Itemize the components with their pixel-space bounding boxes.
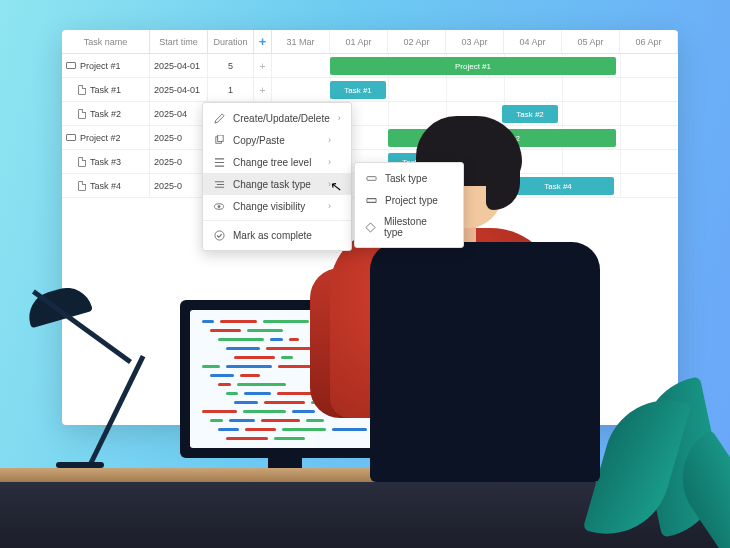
timeline-date-cell: 03 Apr — [446, 30, 504, 53]
menu-item-label: Change task type — [233, 179, 311, 190]
start-time-cell[interactable]: 2025-04 — [150, 102, 208, 125]
task-name-cell[interactable]: Task #3 — [62, 150, 150, 173]
row-add-button[interactable]: + — [254, 54, 272, 77]
start-time-cell[interactable]: 2025-04-01 — [150, 78, 208, 101]
folder-icon — [66, 62, 76, 69]
start-time-cell[interactable]: 2025-0 — [150, 126, 208, 149]
task-name-label: Project #2 — [80, 133, 121, 143]
menu-item-change-tree-level[interactable]: Change tree level› — [203, 151, 351, 173]
project-row[interactable]: Project #22025-0+Project #2 — [62, 126, 678, 150]
menu-item-mark-as-complete[interactable]: Mark as complete — [203, 224, 351, 246]
menu-item-create-update-delete[interactable]: Create/Update/Delete› — [203, 107, 351, 129]
file-icon — [78, 157, 86, 167]
task-name-label: Project #1 — [80, 61, 121, 71]
timeline-date-cell: 06 Apr — [620, 30, 678, 53]
chair-illustration — [370, 242, 600, 482]
copy-icon — [213, 134, 225, 146]
menu-separator — [203, 220, 351, 221]
task-name-cell[interactable]: Project #1 — [62, 54, 150, 77]
milestone-t-icon — [365, 221, 376, 233]
start-time-cell[interactable]: 2025-0 — [150, 174, 208, 197]
pencil-icon — [213, 112, 225, 124]
timeline-date-cell: 02 Apr — [388, 30, 446, 53]
timeline-date-cell: 31 Mar — [272, 30, 330, 53]
chevron-right-icon: › — [328, 179, 331, 189]
svg-rect-1 — [217, 135, 223, 141]
menu-item-label: Copy/Paste — [233, 135, 285, 146]
project-t-icon — [365, 194, 377, 206]
lamp-base-illustration — [56, 462, 104, 468]
menu-item-label: Change tree level — [233, 157, 311, 168]
file-icon — [78, 85, 86, 95]
svg-point-3 — [218, 205, 221, 208]
timeline-date-cell: 01 Apr — [330, 30, 388, 53]
task-name-cell[interactable]: Task #1 — [62, 78, 150, 101]
submenu-item-label: Task type — [385, 173, 427, 184]
timeline-date-cell: 05 Apr — [562, 30, 620, 53]
file-icon — [78, 109, 86, 119]
menu-item-label: Create/Update/Delete — [233, 113, 330, 124]
chevron-right-icon: › — [328, 157, 331, 167]
project-row[interactable]: Project #12025-04-015+Project #1 — [62, 54, 678, 78]
gantt-task-bar[interactable]: Task #1 — [330, 81, 386, 99]
timeline-date-cell: 04 Apr — [504, 30, 562, 53]
indent-icon — [213, 156, 225, 168]
chevron-right-icon: › — [328, 201, 331, 211]
grid-header: Task name Start time Duration + 31 Mar01… — [62, 30, 678, 54]
duration-cell[interactable]: 5 — [208, 54, 254, 77]
task-name-cell[interactable]: Task #2 — [62, 102, 150, 125]
task-name-cell[interactable]: Project #2 — [62, 126, 150, 149]
add-column-button[interactable]: + — [254, 30, 272, 53]
context-menu[interactable]: Create/Update/Delete›Copy/Paste›Change t… — [202, 102, 352, 251]
timeline-lane[interactable]: Project #1 — [272, 54, 678, 77]
duration-cell[interactable]: 1 — [208, 78, 254, 101]
task-name-label: Task #1 — [90, 85, 121, 95]
task-t-icon — [365, 172, 377, 184]
task-name-label: Task #3 — [90, 157, 121, 167]
gantt-project-bar[interactable]: Project #1 — [330, 57, 616, 75]
chevron-right-icon: › — [338, 113, 341, 123]
menu-item-label: Mark as complete — [233, 230, 312, 241]
start-time-cell[interactable]: 2025-04-01 — [150, 54, 208, 77]
start-time-cell[interactable]: 2025-0 — [150, 150, 208, 173]
col-header-duration[interactable]: Duration — [208, 30, 254, 53]
svg-point-4 — [214, 230, 223, 239]
file-icon — [78, 181, 86, 191]
check-icon — [213, 229, 225, 241]
menu-item-copy-paste[interactable]: Copy/Paste› — [203, 129, 351, 151]
task-name-label: Task #4 — [90, 181, 121, 191]
row-add-button[interactable]: + — [254, 78, 272, 101]
folder-icon — [66, 134, 76, 141]
submenu-item-milestone-type[interactable]: Milestone type — [355, 211, 463, 243]
submenu-item-project-type[interactable]: Project type — [355, 189, 463, 211]
submenu-item-task-type[interactable]: Task type — [355, 167, 463, 189]
col-header-start[interactable]: Start time — [150, 30, 208, 53]
svg-rect-5 — [366, 176, 375, 180]
timeline-header: 31 Mar01 Apr02 Apr03 Apr04 Apr05 Apr06 A… — [272, 30, 678, 53]
eye-icon — [213, 200, 225, 212]
submenu-item-label: Project type — [385, 195, 438, 206]
context-submenu[interactable]: Task typeProject typeMilestone type — [354, 162, 464, 248]
menu-item-change-visibility[interactable]: Change visibility› — [203, 195, 351, 217]
menu-item-change-task-type[interactable]: Change task type› — [203, 173, 351, 195]
task-name-cell[interactable]: Task #4 — [62, 174, 150, 197]
chevron-right-icon: › — [328, 135, 331, 145]
gantt-task-bar[interactable]: Task #2 — [502, 105, 558, 123]
submenu-item-label: Milestone type — [384, 216, 443, 238]
task-row[interactable]: Task #22025-04+Task #2 — [62, 102, 678, 126]
task-name-label: Task #2 — [90, 109, 121, 119]
menu-item-label: Change visibility — [233, 201, 305, 212]
col-header-name[interactable]: Task name — [62, 30, 150, 53]
timeline-lane[interactable]: Task #1 — [272, 78, 678, 101]
task-row[interactable]: Task #12025-04-011+Task #1 — [62, 78, 678, 102]
type-icon — [213, 178, 225, 190]
